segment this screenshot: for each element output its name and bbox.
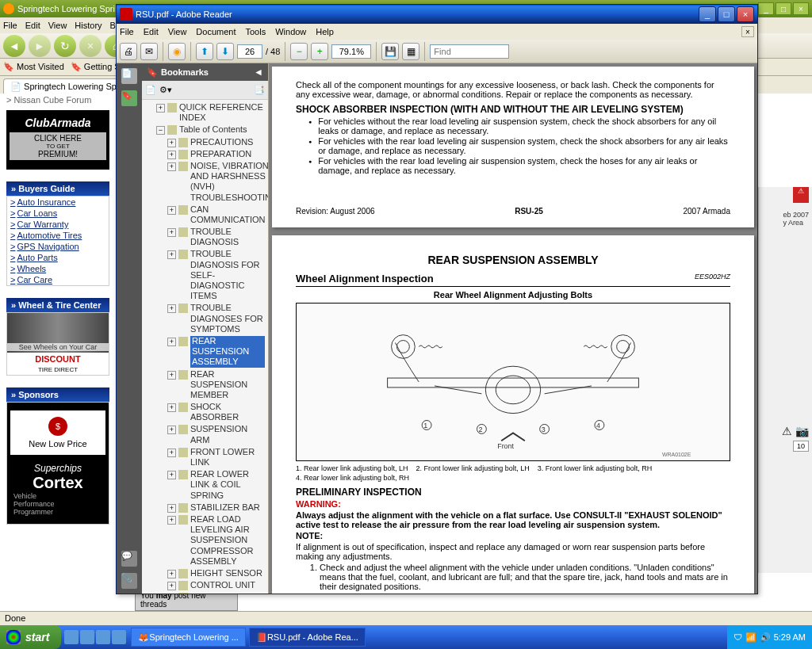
bookmark-expand-icon[interactable]: + (167, 449, 176, 457)
adobe-doc-close-button[interactable]: × (741, 26, 754, 37)
bookmark-item[interactable]: +SHOCK ABSORBER (166, 401, 266, 423)
bookmark-expand-icon[interactable]: + (156, 104, 165, 113)
bookmark-item[interactable]: +SUSPENSION ARM (166, 423, 266, 445)
bookmark-item[interactable]: +QUICK REFERENCE INDEX (155, 101, 266, 124)
tray-shield-icon[interactable]: 🛡 (733, 632, 742, 642)
bookmark-item[interactable]: +TROUBLE DIAGNOSIS (166, 226, 266, 248)
bookmark-expand-icon[interactable]: + (167, 504, 176, 513)
zoom-out-button[interactable]: − (290, 43, 308, 60)
warning-icon[interactable]: ⚠ (793, 187, 809, 203)
page-number-input[interactable] (237, 44, 262, 59)
organize-button[interactable]: ▦ (402, 43, 419, 60)
bookmark-expand-icon[interactable]: + (167, 371, 176, 380)
ql-desktop-icon[interactable] (80, 630, 94, 644)
bookmark-item[interactable]: +TROUBLE DIAGNOSES FOR SYMPTOMS (166, 302, 266, 335)
pages-panel-icon[interactable]: 📄 (121, 68, 137, 84)
bookmark-item[interactable]: +REAR LOAD LEVELING AIR SUSPENSION COMPR… (166, 513, 266, 567)
adobe-menu-help[interactable]: Help (316, 27, 334, 36)
bookmark-item[interactable]: +STABILIZER BAR (166, 502, 266, 513)
bookmark-expand-icon[interactable]: + (167, 250, 176, 259)
buyers-guide-link[interactable]: Auto Insurance (7, 197, 109, 208)
bookmark-expand-icon[interactable]: + (167, 582, 176, 590)
close-button[interactable]: × (793, 2, 809, 15)
buyers-guide-link[interactable]: Car Loans (7, 208, 109, 219)
bookmark-expand-icon[interactable]: + (167, 403, 176, 412)
bookmark-expand-icon[interactable]: + (167, 471, 176, 479)
adobe-minimize-button[interactable]: _ (699, 6, 716, 22)
buyers-guide-link[interactable]: Car Care (7, 274, 109, 285)
tray-clock[interactable]: 5:29 AM (774, 632, 806, 642)
pdf-viewport[interactable]: Check all of the component mountings for… (269, 63, 757, 594)
bookmark-item[interactable]: +REAR SUSPENSION MEMBER (166, 368, 266, 402)
find-input[interactable] (430, 44, 509, 59)
menu-view[interactable]: View (48, 21, 67, 30)
bookmark-expand-icon[interactable]: + (167, 139, 176, 147)
stop-button[interactable]: × (79, 35, 102, 57)
bookmark-item[interactable]: +HEIGHT SENSOR (166, 567, 266, 579)
bookmark-item[interactable]: +REAR SUSPENSION ASSEMBLY (166, 335, 266, 368)
attachments-panel-icon[interactable]: 📎 (121, 573, 137, 589)
email-button[interactable]: ✉ (140, 43, 158, 60)
club-armada-ad[interactable]: ClubArmada CLICK HERE TO GET PREMIUM! (6, 110, 109, 170)
bookmark-expand-icon[interactable]: + (167, 570, 176, 578)
ql-media-icon[interactable] (96, 630, 110, 644)
bookmarks-options-icon[interactable]: ⚙▾ (159, 85, 172, 95)
zoom-input[interactable] (331, 44, 371, 59)
bookmarks-close-button[interactable]: ◄ (254, 67, 263, 78)
buyers-guide-link[interactable]: Car Warranty (7, 219, 109, 230)
ql-ie-icon[interactable] (64, 630, 79, 644)
save-button[interactable]: 💾 (381, 43, 399, 60)
tray-network-icon[interactable]: 📶 (745, 632, 756, 643)
maximize-button[interactable]: □ (776, 2, 791, 15)
bookmark-expand-icon[interactable]: + (167, 304, 176, 313)
ql-firefox-icon[interactable] (112, 630, 126, 644)
back-button[interactable]: ◄ (3, 35, 25, 57)
prev-view-button[interactable]: ◉ (168, 43, 186, 60)
print-button[interactable]: 🖨 (120, 43, 137, 60)
comments-panel-icon[interactable]: 💬 (121, 551, 137, 567)
adobe-menu-window[interactable]: Window (275, 27, 306, 36)
buyers-guide-link[interactable]: Automotive Tires (7, 230, 109, 241)
menu-history[interactable]: History (75, 21, 102, 30)
page-up-button[interactable]: ⬆ (196, 43, 213, 60)
bookmark-item[interactable]: +PREPARATION (166, 148, 266, 160)
most-visited-link[interactable]: 🔖 Most Visited (3, 62, 64, 72)
taskbar-item-firefox[interactable]: 🦊 Springtech Lowering ... (131, 628, 246, 647)
bookmark-item[interactable]: +NOISE, VIBRATION, AND HARSHNESS (NVH) T… (166, 160, 266, 204)
bookmark-item[interactable]: +CAN COMMUNICATION (166, 204, 266, 226)
bookmark-item[interactable]: +FRONT LOWER LINK (166, 446, 266, 468)
bookmark-expand-icon[interactable]: − (156, 126, 165, 135)
bookmark-expand-icon[interactable]: + (167, 338, 176, 346)
bookmark-item[interactable]: −Table of Contents (155, 124, 266, 136)
adobe-menu-file[interactable]: File (120, 27, 134, 36)
bookmarks-tree[interactable]: +QUICK REFERENCE INDEX−Table of Contents… (142, 100, 268, 594)
adobe-close-button[interactable]: × (737, 6, 754, 22)
wheels-image[interactable]: See Wheels on Your Car (7, 313, 109, 353)
bookmark-expand-icon[interactable]: + (167, 516, 176, 525)
bookmark-expand-icon[interactable]: + (167, 162, 176, 171)
superchips-ad[interactable]: $ New Low Price Superchips Cortex Vehicl… (7, 403, 109, 524)
adobe-menu-tools[interactable]: Tools (246, 27, 266, 36)
menu-edit[interactable]: Edit (25, 21, 40, 30)
minimize-button[interactable]: _ (758, 2, 774, 15)
adobe-menu-document[interactable]: Document (196, 27, 236, 36)
page-down-button[interactable]: ⬇ (216, 43, 234, 60)
bookmark-expand-icon[interactable]: + (167, 206, 176, 215)
buyers-guide-link[interactable]: GPS Navigation (7, 241, 109, 252)
reload-button[interactable]: ↻ (54, 35, 76, 57)
adobe-maximize-button[interactable]: □ (718, 6, 735, 22)
bookmarks-new-icon[interactable]: 📄 (145, 85, 156, 95)
tray-volume-icon[interactable]: 🔊 (760, 632, 771, 643)
adobe-menu-edit[interactable]: Edit (144, 27, 159, 36)
bookmark-expand-icon[interactable]: + (167, 426, 176, 434)
adobe-menu-view[interactable]: View (168, 27, 187, 36)
bookmark-expand-icon[interactable]: + (167, 151, 176, 159)
taskbar-item-adobe[interactable]: 📕 RSU.pdf - Adobe Rea... (249, 628, 366, 647)
bookmark-expand-icon[interactable]: + (167, 228, 176, 237)
forward-button[interactable]: ► (29, 35, 51, 57)
start-button[interactable]: start (0, 625, 61, 649)
zoom-in-button[interactable]: + (311, 43, 328, 60)
bookmarks-panel-icon[interactable]: 🔖 (121, 90, 137, 106)
bookmarks-trash-icon[interactable]: 📑 (254, 85, 265, 95)
buyers-guide-link[interactable]: Auto Parts (7, 252, 109, 263)
